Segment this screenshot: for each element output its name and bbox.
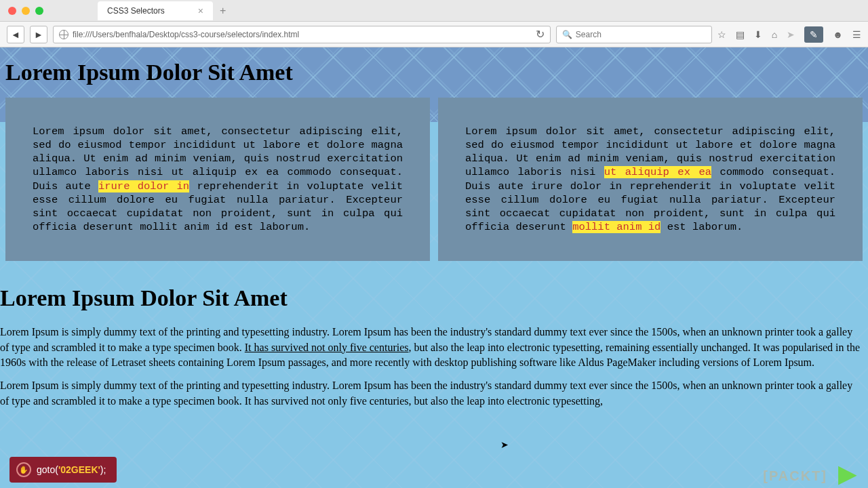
paragraph-1: Lorem ipsum dolor sit amet, consectetur … xyxy=(33,125,403,234)
url-text: file:///Users/benfhala/Desktop/css3-cour… xyxy=(73,30,299,39)
forward-button[interactable]: ► xyxy=(30,26,47,43)
search-bar[interactable]: 🔍 xyxy=(556,26,712,43)
section-title: Lorem Ipsum Dolor Sit Amet xyxy=(0,273,868,323)
bookmark-icon[interactable]: ☆ xyxy=(717,29,726,40)
url-bar[interactable]: file:///Users/benfhala/Desktop/css3-cour… xyxy=(53,26,551,43)
watermark: [PACKT] xyxy=(763,468,827,484)
menu-icon[interactable]: ☰ xyxy=(852,29,861,40)
reader-icon[interactable]: ▤ xyxy=(736,29,745,40)
minimize-window-button[interactable] xyxy=(22,7,30,15)
text-box-1: Lorem ipsum dolor sit amet, consectetur … xyxy=(5,98,430,261)
underlined-text: It has survived not only five centuries xyxy=(245,342,409,353)
highlight-1: irure dolor in xyxy=(98,180,189,192)
paragraph-2: Lorem ipsum dolor sit amet, consectetur … xyxy=(465,125,835,234)
search-input[interactable] xyxy=(576,30,706,39)
window-chrome: CSS3 Selectors × + xyxy=(0,0,868,22)
globe-icon xyxy=(59,30,68,39)
maximize-window-button[interactable] xyxy=(35,7,43,15)
body-paragraph-1: Lorem Ipsum is simply dummy text of the … xyxy=(0,323,868,377)
reload-icon[interactable]: ↻ xyxy=(536,28,545,41)
send-icon[interactable]: ➤ xyxy=(787,29,795,40)
tab-title: CSS3 Selectors xyxy=(107,6,165,16)
cursor-icon: ➤ xyxy=(500,439,509,450)
chat-icon[interactable]: ☻ xyxy=(833,29,843,40)
tab-close-icon[interactable]: × xyxy=(198,5,203,16)
back-button[interactable]: ◄ xyxy=(7,26,24,43)
new-tab-button[interactable]: + xyxy=(220,5,226,17)
play-button-icon[interactable]: ▶ xyxy=(838,460,857,488)
home-icon[interactable]: ⌂ xyxy=(772,29,777,40)
highlight-2a: ut aliquip ex ea xyxy=(604,166,711,178)
video-caption-bar: ✋ goto('02GEEK'); xyxy=(9,457,117,483)
columns: Lorem ipsum dolor sit amet, consectetur … xyxy=(0,98,868,261)
body-paragraph-2: Lorem Ipsum is simply dummy text of the … xyxy=(0,377,868,415)
developer-button[interactable]: ✎ xyxy=(804,26,823,43)
downloads-icon[interactable]: ⬇ xyxy=(754,29,762,40)
traffic-lights xyxy=(8,7,43,15)
logo-icon: ✋ xyxy=(16,462,31,477)
page-viewport: Lorem Ipsum Dolor Sit Amet Lorem ipsum d… xyxy=(0,47,868,488)
highlight-2b: mollit anim id xyxy=(572,221,660,233)
browser-toolbar: ◄ ► file:///Users/benfhala/Desktop/css3-… xyxy=(0,22,868,47)
close-window-button[interactable] xyxy=(8,7,16,15)
browser-tab[interactable]: CSS3 Selectors × xyxy=(98,1,213,20)
toolbar-icons: ☆ ▤ ⬇ ⌂ ➤ ✎ ☻ ☰ xyxy=(717,26,861,43)
text-box-2: Lorem ipsum dolor sit amet, consectetur … xyxy=(438,98,863,261)
search-icon: 🔍 xyxy=(562,30,572,39)
page-title: Lorem Ipsum Dolor Sit Amet xyxy=(0,47,868,98)
code-string: '02GEEK' xyxy=(58,464,100,475)
